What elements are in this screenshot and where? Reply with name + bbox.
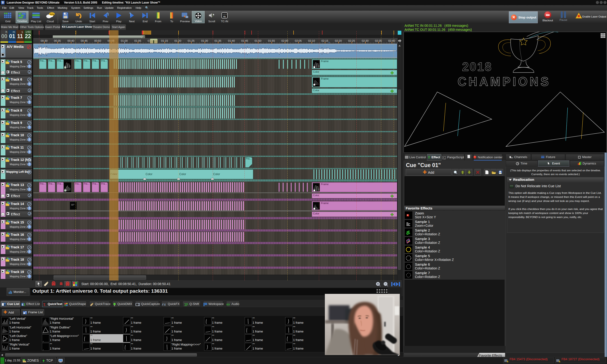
svg-text:!: ! [559, 361, 560, 362]
svg-text:E: E [22, 303, 24, 306]
svg-text:2018: 2018 [462, 60, 492, 74]
svg-text:CHAMPIONS: CHAMPIONS [458, 75, 551, 88]
svg-text:FX: FX [162, 303, 166, 306]
svg-text:!: ! [507, 361, 508, 362]
